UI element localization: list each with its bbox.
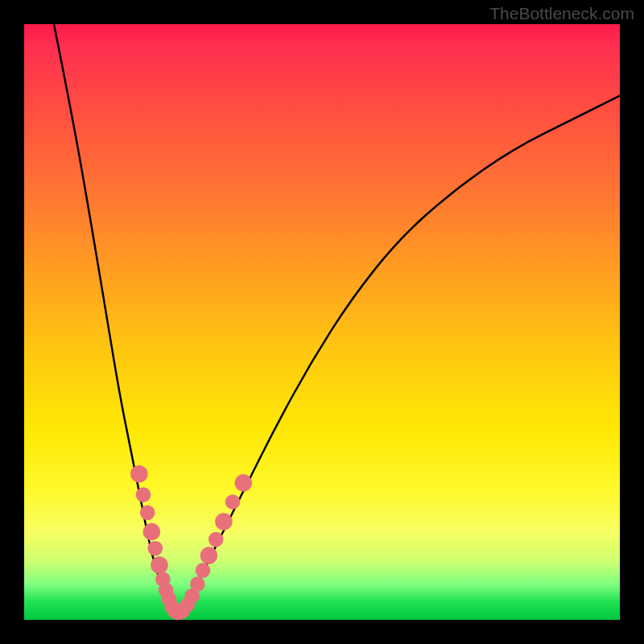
data-marker xyxy=(196,563,211,578)
data-marker xyxy=(235,474,253,492)
data-marker xyxy=(208,532,224,547)
data-marker xyxy=(215,513,233,530)
curve-lines xyxy=(54,24,620,614)
data-marker xyxy=(130,465,148,483)
data-marker xyxy=(136,487,151,502)
data-marker xyxy=(225,494,241,510)
data-marker xyxy=(200,547,218,564)
data-marker xyxy=(190,576,205,592)
data-marker xyxy=(140,505,155,520)
chart-plot-area xyxy=(24,24,620,620)
data-marker xyxy=(143,523,161,541)
data-marker xyxy=(151,556,168,574)
watermark-text: TheBottleneck.com xyxy=(489,4,634,23)
chart-svg xyxy=(24,24,620,620)
series-right-curve xyxy=(179,96,620,614)
data-marker xyxy=(147,541,163,556)
